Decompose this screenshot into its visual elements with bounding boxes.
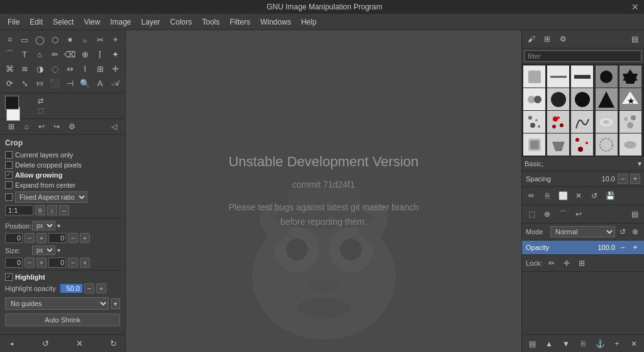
prefs-btn[interactable]: ⚙ bbox=[65, 120, 78, 133]
brush-cell-3[interactable] bbox=[571, 65, 593, 88]
lock-pixels-btn[interactable]: ✏ bbox=[546, 258, 557, 269]
swap-colors-icon[interactable]: ⇄ bbox=[38, 97, 44, 105]
menu-select[interactable]: Select bbox=[48, 16, 79, 28]
menu-edit[interactable]: Edit bbox=[25, 16, 48, 28]
mode-select[interactable]: Normal Dissolve Multiply Screen Overlay bbox=[550, 226, 615, 237]
brush-edit-btn[interactable]: ✏ bbox=[525, 189, 538, 203]
ratio-btn-flip[interactable]: ↔ bbox=[59, 205, 69, 215]
pos-y-minus[interactable]: − bbox=[68, 233, 78, 243]
tool-transform[interactable]: ⟳ bbox=[3, 76, 16, 90]
undo-btn[interactable]: ↩ bbox=[35, 120, 48, 133]
duplicate-layer-btn[interactable]: ⎘ bbox=[577, 338, 589, 350]
brush-cell-6[interactable] bbox=[523, 88, 545, 110]
brush-cell-12[interactable] bbox=[547, 111, 569, 133]
tool-pencil[interactable]: ✏ bbox=[48, 47, 62, 61]
tool-paint[interactable]: ⌂ bbox=[33, 47, 47, 61]
channels-tab-btn[interactable]: ⊕ bbox=[540, 207, 554, 221]
mode-chain-btn[interactable]: ⊕ bbox=[630, 227, 640, 237]
menu-view[interactable]: View bbox=[79, 16, 105, 28]
new-layer-group-btn[interactable]: ▤ bbox=[526, 338, 538, 350]
tool-perspective[interactable]: ⬛ bbox=[48, 76, 62, 90]
tool-eraser[interactable]: ⌫ bbox=[63, 47, 77, 61]
tool-text[interactable]: T bbox=[18, 47, 31, 61]
close-button[interactable]: ✕ bbox=[631, 2, 639, 12]
pos-x-minus[interactable]: − bbox=[25, 233, 35, 243]
brush-cell-5[interactable] bbox=[619, 65, 641, 88]
tool-move[interactable]: ✛ bbox=[108, 62, 122, 76]
auto-shrink-button[interactable]: Auto Shrink bbox=[5, 314, 120, 326]
tool-align[interactable]: ⊞ bbox=[93, 62, 107, 76]
paths-tab-btn[interactable]: ⌒ bbox=[556, 207, 570, 221]
delete-layer-btn[interactable]: ✕ bbox=[628, 338, 640, 350]
delete-cropped-checkbox[interactable] bbox=[5, 161, 13, 169]
brush-cell-15[interactable] bbox=[619, 111, 641, 133]
brush-save-btn[interactable]: 💾 bbox=[603, 189, 617, 203]
tool-measure[interactable]: ⇔ bbox=[63, 62, 77, 76]
brush-cell-9[interactable] bbox=[596, 88, 618, 110]
tool-color-picker[interactable]: ⌇ bbox=[78, 62, 92, 76]
filter-input[interactable] bbox=[525, 50, 641, 62]
open-btn[interactable]: ⌂ bbox=[20, 120, 33, 133]
size-h-minus[interactable]: − bbox=[68, 258, 78, 268]
brush-new-btn[interactable]: ⬜ bbox=[556, 189, 570, 203]
undo-history-btn[interactable]: ↩ bbox=[572, 207, 586, 221]
foreground-color[interactable] bbox=[5, 96, 19, 110]
brush-cell-17[interactable] bbox=[547, 133, 569, 156]
menu-colors[interactable]: Colors bbox=[165, 16, 197, 28]
opacity-minus[interactable]: − bbox=[618, 242, 628, 253]
tool-foreground[interactable]: ⌖ bbox=[108, 33, 122, 47]
brushes-type-arrow[interactable]: ▾ bbox=[638, 159, 641, 168]
menu-image[interactable]: Image bbox=[105, 16, 136, 28]
brush-duplicate-btn[interactable]: ⎘ bbox=[540, 189, 554, 203]
spacing-plus[interactable]: + bbox=[630, 174, 640, 184]
aspect-dropdown[interactable]: Fixed Aspect ratio Fixed Width Fixed Hei… bbox=[15, 191, 87, 203]
tool-heal[interactable]: ✦ bbox=[108, 47, 122, 61]
tool-select-ellipse[interactable]: ◯ bbox=[33, 33, 47, 47]
new-layer-btn[interactable]: + bbox=[611, 338, 623, 350]
grid-tab[interactable]: ⊞ bbox=[540, 32, 554, 46]
brush-cell-4[interactable] bbox=[596, 65, 618, 88]
reset-colors-icon[interactable]: ⬚ bbox=[38, 106, 44, 115]
brush-cell-11[interactable] bbox=[523, 111, 545, 133]
ratio-input[interactable] bbox=[5, 205, 33, 215]
tool-scissor[interactable]: ✂ bbox=[93, 33, 107, 47]
layers-tab-btn[interactable]: ⬚ bbox=[525, 207, 538, 221]
tool-ink[interactable]: ⌈ bbox=[93, 47, 107, 61]
brush-cell-13[interactable] bbox=[571, 111, 593, 133]
fixed-aspect-checkbox[interactable] bbox=[5, 193, 13, 201]
position-y-input[interactable] bbox=[48, 233, 66, 243]
position-arrow[interactable]: ▾ bbox=[57, 222, 60, 229]
highlight-opacity-plus[interactable]: + bbox=[96, 283, 106, 293]
size-unit-select[interactable]: px % bbox=[32, 246, 55, 255]
tool-shear[interactable]: ⧦ bbox=[33, 76, 47, 90]
ratio-btn-portrait[interactable]: ↕ bbox=[47, 205, 57, 215]
ratio-btn-copy[interactable]: ⎘ bbox=[35, 205, 45, 215]
paint-brush-tab[interactable]: 🖌 bbox=[525, 32, 538, 46]
tool-paths[interactable]: ⌒ bbox=[3, 47, 16, 61]
size-w-plus[interactable]: + bbox=[36, 258, 47, 268]
menu-windows[interactable]: Windows bbox=[255, 16, 296, 28]
mode-reset-btn[interactable]: ↺ bbox=[618, 227, 628, 237]
tool-blur[interactable]: ◌ bbox=[48, 62, 62, 76]
brush-cell-14[interactable] bbox=[596, 111, 618, 133]
expand-from-center-checkbox[interactable] bbox=[5, 181, 13, 189]
tool-extra1[interactable]: A bbox=[93, 76, 107, 90]
tool-select-free[interactable]: ⬡ bbox=[48, 33, 62, 47]
pos-x-plus[interactable]: + bbox=[36, 233, 47, 243]
tool-extra2[interactable]: 𝒜 bbox=[108, 76, 122, 90]
brush-cell-2[interactable] bbox=[547, 65, 569, 88]
anchor-layer-btn[interactable]: ⚓ bbox=[594, 338, 606, 350]
guides-arrow[interactable]: ▾ bbox=[111, 298, 120, 309]
menu-layer[interactable]: Layer bbox=[136, 16, 165, 28]
raise-layer-btn[interactable]: ▲ bbox=[543, 338, 555, 350]
panel-menu-btn[interactable]: ▤ bbox=[628, 32, 641, 46]
tool-airbrush[interactable]: ⊕ bbox=[78, 47, 92, 61]
allow-growing-checkbox[interactable] bbox=[5, 171, 13, 179]
brush-cell-18[interactable] bbox=[571, 133, 593, 156]
tool-fuzzy-select[interactable]: ⁕ bbox=[63, 33, 77, 47]
brush-cell-8[interactable] bbox=[571, 88, 593, 110]
current-layers-checkbox[interactable] bbox=[5, 151, 13, 159]
brush-cell-16[interactable] bbox=[523, 133, 545, 156]
pos-y-plus[interactable]: + bbox=[80, 233, 90, 243]
tool-select-by-color[interactable]: ⬦ bbox=[78, 33, 92, 47]
